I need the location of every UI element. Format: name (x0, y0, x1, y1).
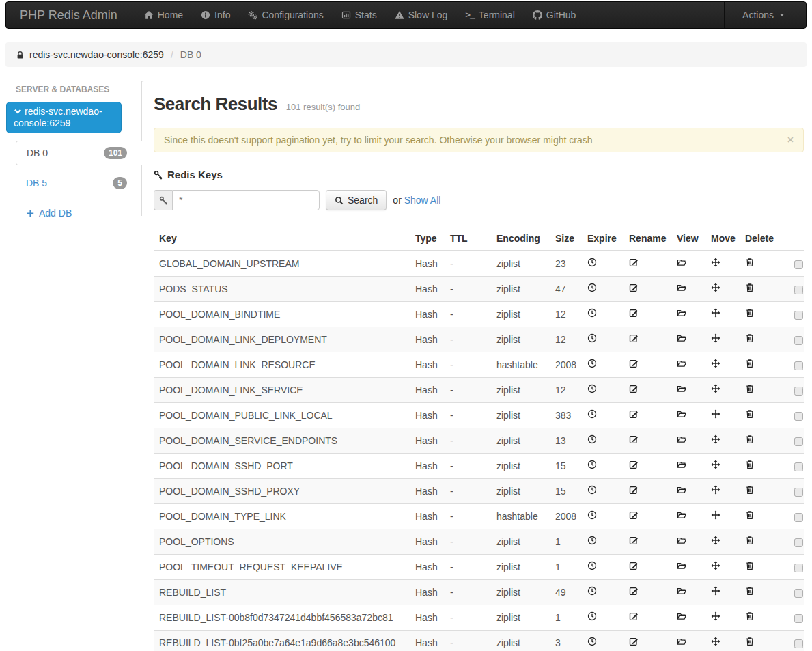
rename-button[interactable] (629, 359, 639, 368)
delete-button[interactable] (745, 333, 755, 343)
expire-button[interactable] (587, 333, 597, 343)
move-button[interactable] (711, 384, 720, 393)
nav-item-slow-log[interactable]: Slow Log (386, 2, 457, 28)
key-cell[interactable]: POOL_DOMAIN_BINDTIME (154, 302, 410, 327)
move-button[interactable] (711, 258, 720, 267)
view-button[interactable] (677, 536, 686, 545)
rename-button[interactable] (629, 561, 639, 570)
view-button[interactable] (677, 510, 686, 520)
key-cell[interactable]: POOL_DOMAIN_TYPE_LINK (154, 504, 410, 529)
view-button[interactable] (677, 434, 686, 444)
sidebar-item-db0[interactable]: DB 0 101 (16, 141, 142, 165)
row-checkbox[interactable] (794, 513, 803, 522)
expire-button[interactable] (587, 611, 597, 621)
delete-button[interactable] (745, 485, 755, 495)
expire-button[interactable] (587, 586, 597, 596)
view-button[interactable] (677, 409, 686, 419)
view-button[interactable] (677, 637, 686, 646)
row-checkbox[interactable] (794, 286, 803, 294)
move-button[interactable] (711, 485, 720, 495)
delete-button[interactable] (745, 586, 755, 596)
nav-item-stats[interactable]: Stats (333, 2, 386, 28)
delete-button[interactable] (745, 611, 755, 621)
move-button[interactable] (711, 611, 720, 621)
row-checkbox[interactable] (794, 462, 803, 471)
sidebar-item-db5[interactable]: DB 5 5 (16, 173, 141, 193)
rename-button[interactable] (629, 258, 639, 267)
key-cell[interactable]: POOL_DOMAIN_SSHD_PORT (154, 454, 410, 479)
view-button[interactable] (677, 333, 686, 343)
key-cell[interactable]: PODS_STATUS (154, 277, 410, 302)
key-cell[interactable]: POOL_DOMAIN_LINK_RESOURCE (154, 352, 410, 378)
expire-button[interactable] (587, 409, 597, 419)
expire-button[interactable] (587, 561, 597, 570)
expire-button[interactable] (587, 308, 597, 318)
expire-button[interactable] (587, 510, 597, 520)
key-cell[interactable]: POOL_DOMAIN_PUBLIC_LINK_LOCAL (154, 403, 410, 428)
server-select-button[interactable]: redis-svc.newdao-console:6259 (6, 102, 122, 133)
rename-button[interactable] (629, 586, 639, 596)
row-checkbox[interactable] (794, 614, 803, 623)
view-button[interactable] (677, 460, 686, 469)
move-button[interactable] (711, 561, 720, 570)
expire-button[interactable] (587, 359, 597, 368)
delete-button[interactable] (745, 359, 755, 368)
move-button[interactable] (711, 586, 720, 596)
key-cell[interactable]: REBUILD_LIST-0bf25a0be7a64e1a9d66a8e3bc5… (154, 631, 410, 651)
view-button[interactable] (677, 561, 686, 570)
move-button[interactable] (711, 283, 720, 292)
expire-button[interactable] (587, 637, 597, 646)
view-button[interactable] (677, 384, 686, 393)
key-cell[interactable]: POOL_DOMAIN_SERVICE_ENDPOINTS (154, 428, 410, 454)
expire-button[interactable] (587, 434, 597, 444)
key-cell[interactable]: REBUILD_LIST-00b8f0d7347241d4bbf456583a7… (154, 605, 410, 631)
rename-button[interactable] (629, 536, 639, 545)
row-checkbox[interactable] (794, 538, 803, 547)
key-cell[interactable]: POOL_OPTIONS (154, 529, 410, 555)
row-checkbox[interactable] (794, 311, 803, 320)
nav-item-info[interactable]: Info (192, 2, 239, 28)
move-button[interactable] (711, 359, 720, 368)
search-input[interactable] (172, 190, 320, 210)
row-checkbox[interactable] (794, 488, 803, 497)
rename-button[interactable] (629, 409, 639, 419)
nav-item-configurations[interactable]: Configurations (239, 2, 332, 28)
delete-button[interactable] (745, 409, 755, 419)
row-checkbox[interactable] (794, 361, 803, 370)
expire-button[interactable] (587, 258, 597, 267)
nav-item-home[interactable]: Home (135, 2, 192, 28)
view-button[interactable] (677, 359, 686, 368)
delete-button[interactable] (745, 510, 755, 520)
rename-button[interactable] (629, 637, 639, 646)
view-button[interactable] (677, 586, 686, 596)
view-button[interactable] (677, 258, 686, 267)
rename-button[interactable] (629, 434, 639, 444)
close-icon[interactable]: × (787, 135, 794, 145)
rename-button[interactable] (629, 308, 639, 318)
delete-button[interactable] (745, 308, 755, 318)
key-cell[interactable]: POOL_DOMAIN_LINK_SERVICE (154, 378, 410, 403)
move-button[interactable] (711, 510, 720, 520)
key-cell[interactable]: POOL_DOMAIN_SSHD_PROXY (154, 479, 410, 504)
expire-button[interactable] (587, 384, 597, 393)
expire-button[interactable] (587, 283, 597, 292)
move-button[interactable] (711, 434, 720, 444)
expire-button[interactable] (587, 460, 597, 469)
delete-button[interactable] (745, 460, 755, 469)
rename-button[interactable] (629, 611, 639, 621)
delete-button[interactable] (745, 561, 755, 570)
delete-button[interactable] (745, 434, 755, 444)
row-checkbox[interactable] (794, 437, 803, 446)
nav-item-github[interactable]: GitHub (524, 2, 585, 28)
nav-item-terminal[interactable]: >_ Terminal (456, 2, 524, 28)
delete-button[interactable] (745, 637, 755, 646)
row-checkbox[interactable] (794, 639, 803, 648)
show-all-link[interactable]: Show All (404, 195, 441, 206)
delete-button[interactable] (745, 258, 755, 267)
expire-button[interactable] (587, 536, 597, 545)
breadcrumb-server[interactable]: redis-svc.newdao-console:6259 (29, 49, 164, 60)
row-checkbox[interactable] (794, 387, 803, 396)
delete-button[interactable] (745, 536, 755, 545)
row-checkbox[interactable] (794, 260, 803, 269)
rename-button[interactable] (629, 510, 639, 520)
